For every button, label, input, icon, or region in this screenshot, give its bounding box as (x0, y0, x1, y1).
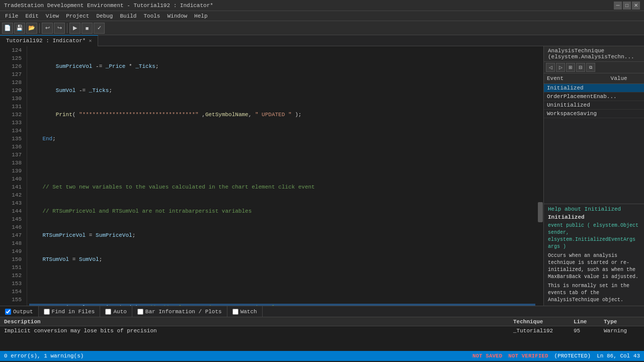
tab-find-files[interactable]: Find in Files (39, 306, 101, 317)
title-bar: TradeStation Development Environment - T… (0, 0, 644, 11)
code-line-126: Print( "********************************… (29, 111, 535, 119)
gutter-126 (0, 61, 7, 68)
bottom-tab-bar: Output Find in Files Auto Bar Informatio… (0, 306, 644, 317)
linenum-153: 153 (7, 280, 24, 288)
window-controls: ─ □ ✕ (614, 2, 640, 10)
linenum-132: 132 (7, 111, 24, 119)
barinfo-checkbox[interactable] (137, 309, 143, 315)
event-row-uninitialized[interactable]: Uninitialized (544, 101, 644, 110)
gutter-154 (0, 262, 7, 269)
event-row-orderplacement[interactable]: OrderPlacementEnab... (544, 93, 644, 101)
gutter-155 (0, 269, 7, 277)
toolbar-run[interactable]: ▶ (69, 23, 80, 34)
code-line-127: End; (29, 135, 535, 143)
close-button[interactable]: ✕ (632, 2, 640, 10)
toolbar-sep-1 (39, 23, 40, 33)
menu-debug[interactable]: Debug (93, 13, 116, 20)
minimize-button[interactable]: ─ (614, 2, 622, 10)
menu-help[interactable]: Help (191, 13, 210, 20)
gutter-157 (0, 284, 7, 291)
menu-window[interactable]: Window (164, 13, 190, 20)
toolbar-save[interactable]: 💾 (14, 23, 25, 34)
status-left: 0 error(s), 1 warning(s) (4, 353, 84, 359)
output-checkbox[interactable] (5, 309, 11, 315)
linenum-129: 129 (7, 86, 24, 95)
watch-checkbox[interactable] (232, 309, 238, 315)
auto-checkbox[interactable] (105, 309, 111, 315)
properties-panel: AnalysisTechnique (elsystem.AnalysisTech… (543, 46, 644, 306)
linenum-136: 136 (7, 143, 24, 151)
tab-watch[interactable]: Watch (227, 306, 263, 317)
editor-scrollbar[interactable] (537, 46, 543, 306)
linenum-128: 128 (7, 78, 24, 86)
gutter-156 (0, 277, 7, 284)
col-description: Description (2, 319, 511, 325)
rp-btn-5[interactable]: ⧉ (586, 63, 595, 72)
event-cell-workspacesaving: WorkspaceSaving (544, 110, 636, 118)
gutter-147 (0, 212, 7, 219)
linenum-154: 154 (7, 288, 24, 296)
gutter-152 (0, 248, 7, 255)
event-row-workspacesaving[interactable]: WorkspaceSaving (544, 110, 644, 118)
menu-build[interactable]: Build (117, 13, 139, 20)
toolbar-open[interactable]: 📂 (26, 23, 37, 34)
code-line-134: RTSumPriceVol += Price * Ticks; // Add v… (29, 304, 535, 306)
tab-auto[interactable]: Auto (100, 306, 132, 317)
gutter-127 (0, 68, 7, 75)
rp-btn-2[interactable]: ▷ (556, 63, 565, 72)
not-saved-indicator: NOT SAVED (472, 353, 502, 359)
value-cell-workspacesaving (636, 110, 644, 118)
gutter-124 (0, 46, 7, 53)
status-bar: 0 error(s), 1 warning(s) NOT SAVED NOT V… (0, 351, 644, 361)
event-row-initialized[interactable]: Initialized (544, 84, 644, 93)
toolbar-new[interactable]: 📄 (2, 23, 13, 34)
linenum-139: 139 (7, 167, 24, 175)
col-technique: Technique (511, 319, 572, 325)
linenum-134: 134 (7, 127, 24, 135)
menu-file[interactable]: File (2, 13, 21, 20)
tab-tutorial192[interactable]: Tutorial192 : Indicator* ✕ (0, 35, 98, 46)
gutter-125 (0, 53, 7, 60)
toolbar-undo[interactable]: ↩ (42, 23, 53, 34)
watch-label: Watch (240, 309, 257, 315)
toolbar-stop[interactable]: ■ (82, 23, 93, 34)
gutter-144 (0, 191, 7, 198)
menu-view[interactable]: View (43, 13, 62, 20)
linenum-147: 147 (7, 231, 24, 239)
tab-bar-info[interactable]: Bar Information / Plots (132, 306, 227, 317)
gutter-129 (0, 82, 7, 89)
value-cell-uninitialized (636, 101, 644, 110)
linenum-125: 125 (7, 54, 24, 62)
findinfiles-checkbox[interactable] (44, 309, 50, 315)
toolbar-redo[interactable]: ↪ (54, 23, 65, 34)
code-editor[interactable]: SumPriceVol -= _Price * _Ticks; SumVol -… (27, 46, 537, 306)
col-line: Line (572, 319, 602, 325)
gutter-149 (0, 226, 7, 233)
maximize-button[interactable]: □ (623, 2, 631, 10)
gutter-141 (0, 169, 7, 176)
rp-btn-3[interactable]: ⊞ (566, 63, 575, 72)
gutter-134 (0, 118, 7, 125)
menu-tools[interactable]: Tools (140, 13, 163, 20)
editor-area[interactable]: 124 125 126 127 128 129 130 131 132 133 … (0, 46, 543, 306)
linenum-126: 126 (7, 62, 24, 70)
rp-col-value: Value (611, 75, 627, 81)
toolbar-verify[interactable]: ✓ (94, 23, 105, 34)
linenum-130: 130 (7, 95, 24, 103)
col-type: Type (602, 319, 642, 325)
menu-project[interactable]: Project (63, 13, 92, 20)
output-row-1: Implicit conversion may lose bits of pre… (0, 326, 644, 335)
gutter-138 (0, 147, 7, 154)
tab-close-icon[interactable]: ✕ (89, 38, 92, 44)
menu-edit[interactable]: Edit (22, 13, 41, 20)
analysis-technique-label: AnalysisTechnique (elsystem.AnalysisTech… (548, 48, 634, 60)
gutter-143 (0, 183, 7, 190)
rp-btn-1[interactable]: ◁ (546, 63, 555, 72)
help-note: This is normally set in the events tab o… (548, 283, 640, 304)
rp-btn-4[interactable]: ⊟ (576, 63, 585, 72)
tab-output[interactable]: Output (0, 306, 39, 317)
linenum-149: 149 (7, 247, 24, 255)
code-line-128 (29, 159, 535, 167)
help-link[interactable]: Help about Initialized (548, 206, 621, 212)
event-cell-uninitialized: Uninitialized (544, 101, 636, 110)
